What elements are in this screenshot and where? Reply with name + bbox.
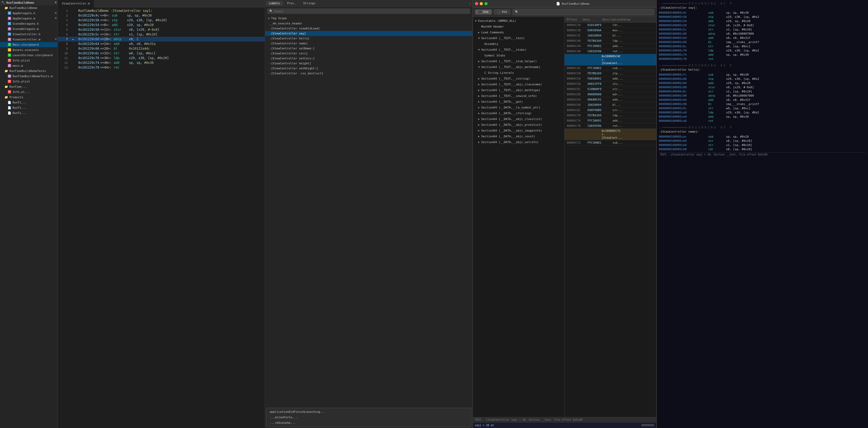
sidebar-item-prod2[interactable]: 📄 RunTi... — [0, 105, 58, 110]
tree-item-text-stubs[interactable]: ▼ Section64 (__TEXT,__stubs) — [473, 47, 564, 53]
label-item-hello[interactable]: -[ViewController hello] — [265, 36, 472, 41]
labels-search-input[interactable] — [274, 10, 468, 13]
sidebar-item-appdelegate-m[interactable]: m AppDelegate.m M — [0, 16, 58, 21]
popover-item-1[interactable]: applicationDidFinishLaunching... — [267, 409, 471, 415]
table-row-3[interactable]: 00005C40 FD7B42A9 ldp... — [564, 38, 656, 43]
label-item-cars[interactable]: -[ViewController cars] — [265, 51, 472, 56]
tree-item-cstring-literals[interactable]: C String Literals — [473, 70, 564, 76]
maximize-button[interactable] — [485, 2, 488, 5]
label-item-cxx[interactable]: -[ViewController .cxx_destruct] — [265, 71, 472, 76]
sidebar-item-main-m[interactable]: m main.m — [0, 63, 58, 68]
label-item-setheight[interactable]: -[ViewController setHeight:] — [265, 66, 472, 71]
popover-item-2[interactable]: ...ationForCo... — [267, 415, 471, 420]
sidebar-group-main[interactable]: 📁 RunTimeBuildDemo — [0, 5, 58, 10]
table-row-14[interactable]: 00005C6C E00F00B9 str... — [564, 108, 656, 113]
tab-viewcontroller[interactable]: ViewController.m — [58, 0, 94, 7]
binary-search-input[interactable] — [519, 10, 652, 14]
sidebar-group-products[interactable]: 📁 Products — [0, 95, 58, 100]
table-row-6[interactable]: 00005C4C FFC300D1 sub... — [564, 66, 656, 71]
table-row-7[interactable]: 00005C50 FD7B02A9 stp... — [564, 71, 656, 76]
tree-item-cfstring[interactable]: ▶ Section64 (__DATA,__cfstring) — [473, 110, 564, 116]
sidebar-item-runtime-info[interactable]: P Info.pl... — [0, 89, 58, 95]
sidebar-item-viewcontroller-h[interactable]: h ViewController.h — [0, 32, 58, 37]
tree-item-const[interactable]: ▶ Section64 (__DATA,__objc_const) — [473, 133, 564, 139]
dr-line-5c90: 0000000100005c90adrpx0, #0x100007000 — [659, 94, 866, 98]
label-item-mh[interactable]: __mh_execute_header — [265, 21, 472, 26]
table-row-16[interactable]: 00005C74 FFC30091 add... — [564, 118, 656, 123]
minimize-button[interactable] — [480, 2, 483, 5]
close-button[interactable] — [475, 2, 478, 5]
tree-item-classname[interactable]: ▶ Section64 (__TEXT,__objc_classname) — [473, 81, 564, 87]
star-icon[interactable]: ☆ — [469, 1, 471, 5]
label-item-height[interactable]: -[ViewController height] — [265, 61, 472, 66]
sidebar-group-tests[interactable]: 📁 RunTimeBuildDemoTests — [0, 68, 58, 73]
sidebar-item-prod3[interactable]: 📄 RunTi... — [0, 110, 58, 116]
labels-search-box[interactable]: 🔍 — [267, 8, 470, 14]
label-item-setname[interactable]: -[ViewController setName:] — [265, 46, 472, 51]
tree-item-assembly[interactable]: Assembly — [473, 41, 564, 47]
tab-proc[interactable]: Proc. — [284, 1, 299, 5]
tree-item-methtype[interactable]: ▶ Section64 (__TEXT,__objc_methtype) — [473, 87, 564, 93]
label-item-viewdidload[interactable]: -[ViewController viewDidLoad] — [265, 26, 472, 31]
tree-item-selrefs[interactable]: ▶ Section64 (__DATA,__objc_selrefs) — [473, 139, 564, 145]
raw-button[interactable]: ⬛ RAW — [475, 9, 492, 14]
project-icon: 🔨 — [1, 1, 5, 5]
sidebar-group-runtime[interactable]: 📁 RunTime... — [0, 84, 58, 89]
sidebar-item-tests-m[interactable]: m RunTimeBuildDemoTests.m — [0, 73, 58, 79]
tag-scope-row[interactable]: ▶ Tag Scope — [265, 15, 472, 21]
tree-toggle-loadcmds: ▶ — [478, 31, 481, 34]
table-row-10[interactable]: 00005C5C E10B00F9 str... — [564, 87, 656, 92]
table-row-func-label[interactable]: 0x100005C4C (-[ViewCont... — [564, 54, 656, 66]
table-row-8[interactable]: 00005C54 FD830091 add... — [564, 76, 656, 81]
code-lines-area[interactable]: 1 RunTimeBuildDemo`-[ViewController say]… — [58, 7, 265, 428]
sidebar-item-prod1[interactable]: 📄 RunTi... — [0, 100, 58, 105]
dr-line-5c80: 0000000100005c80stpx29, x30, [sp, #0x2 — [659, 77, 866, 81]
table-row-0[interactable]: 00005C34 010140F9 ldr... — [564, 23, 656, 28]
table-row-1[interactable]: 00005C38 E00309AA mov... — [564, 28, 656, 33]
sidebar-item-launchscreen[interactable]: S LaunchScreen.storyboard — [0, 53, 58, 58]
sidebar-item-mainstoryboard[interactable]: S Main.storyboard — [0, 42, 58, 47]
sidebar-item-root-project[interactable]: 🔨 RunTimeBuildDemo M — [0, 0, 58, 5]
table-row-18[interactable]: 00005C7C FFC300D1 sub... — [564, 140, 656, 145]
table-row-13[interactable]: 00005C68 1D020094 bl... — [564, 102, 656, 108]
table-row-15[interactable]: 00005C70 FD7B42A9 ldp... — [564, 113, 656, 118]
table-row-17[interactable]: 00005C78 C0035FD6 ret... — [564, 123, 656, 129]
sidebar-item-appdelegate-h[interactable]: h AppDelegate.h M — [0, 10, 58, 16]
tree-item-text-text[interactable]: ▼ Section64 (__TEXT,__text) — [473, 35, 564, 41]
sidebar-item-assets[interactable]: A Assets.xcassets — [0, 47, 58, 53]
file-m-icon: m — [7, 16, 11, 21]
label-item-setcars[interactable]: -[ViewController setCars:] — [265, 56, 472, 61]
tree-item-stub-helper[interactable]: ▶ Section64 (__TEXT,__stub_helper) — [473, 58, 564, 64]
tree-item-protolist[interactable]: ▶ Section64 (__DATA,__objc_protolist) — [473, 122, 564, 128]
tree-item-la-symbol[interactable]: ▶ Section64 (__DATA,__la_symbol_ptr) — [473, 104, 564, 110]
table-row-11[interactable]: 00005C60 00000000 adr... — [564, 92, 656, 97]
table-row-9[interactable]: 00005C58 A0831FF8 stu... — [564, 81, 656, 87]
table-row-4[interactable]: 00005C44 FFC30091 add... — [564, 43, 656, 49]
table-row-5[interactable]: 00005C48 C0035FD6 ret... — [564, 49, 656, 54]
table-row-12[interactable]: 00005C64 00680C91 add... — [564, 97, 656, 102]
tree-item-classlist[interactable]: ▶ Section64 (__DATA,__objc_classlist) — [473, 116, 564, 122]
sidebar-item-tests-info[interactable]: P Info.plist — [0, 79, 58, 84]
tree-item-unwind[interactable]: ▶ Section64 (__TEXT,__unwind_info) — [473, 93, 564, 99]
tab-labels[interactable]: Labels — [266, 1, 283, 5]
tree-item-objc-methname[interactable]: ▼ Section64 (__TEXT,__objc_methname) — [473, 64, 564, 70]
sidebar-item-scenedelegate-h[interactable]: h SceneDelegate.h — [0, 21, 58, 26]
table-row-func-label2[interactable]: 0x100005C7C (-[ViewCont... — [564, 129, 656, 140]
sidebar-item-scenedelegate-m[interactable]: m SceneDelegate.m — [0, 26, 58, 32]
tree-item-executable[interactable]: ▼ Executable (ARM64_ALL) — [473, 18, 564, 24]
tree-item-loadcmds[interactable]: ▶ Load Commands — [473, 29, 564, 35]
rva-button[interactable]: ⬛ RVA — [494, 9, 511, 14]
binary-search-box[interactable]: 🔍 — [513, 9, 654, 15]
sidebar-item-viewcontroller-m[interactable]: m ViewController.m M — [0, 37, 58, 42]
sidebar-item-info-plist[interactable]: P Info.plist — [0, 58, 58, 63]
table-row-2[interactable]: 00005C3C 16020094 bl... — [564, 33, 656, 38]
label-item-say[interactable]: -[ViewController say] — [265, 31, 472, 36]
popover-item-3[interactable]: ...rdSceneSe... — [267, 420, 471, 426]
label-item-name[interactable]: -[ViewController name] — [265, 41, 472, 46]
tree-item-got[interactable]: ▶ Section64 (__DATA,__got) — [473, 99, 564, 104]
tab-strings[interactable]: Strings — [300, 1, 318, 5]
tree-item-cstring[interactable]: ▶ Section64 (__TEXT,__cstring) — [473, 76, 564, 81]
tree-item-symbol-stubs[interactable]: Symbol Stubs — [473, 53, 564, 58]
tree-item-mach64[interactable]: Mach64 Header — [473, 24, 564, 29]
tree-item-imageinfo[interactable]: ▶ Section64 (__DATA,__objc_imageinfo) — [473, 128, 564, 133]
